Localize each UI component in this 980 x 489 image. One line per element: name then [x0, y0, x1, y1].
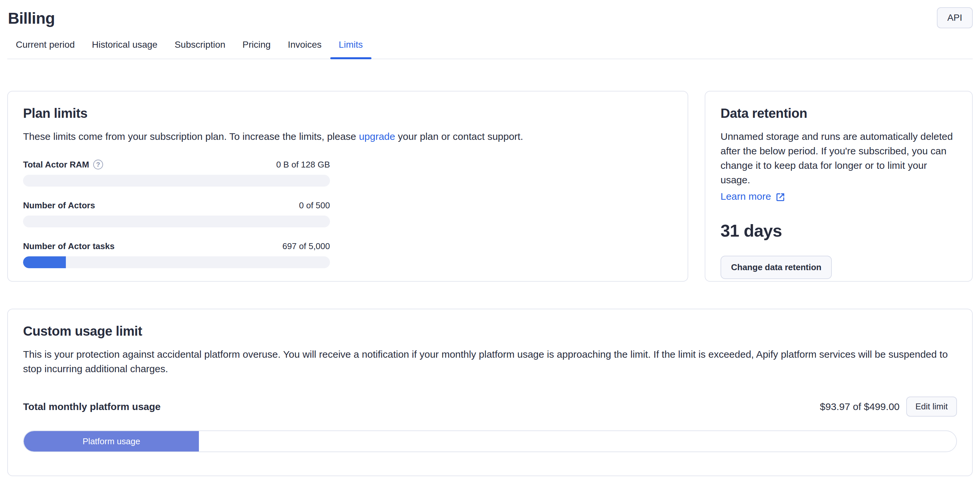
data-retention-description: Unnamed storage and runs are automatical… — [721, 129, 957, 187]
limit-label: Number of Actors — [23, 200, 95, 210]
progress-track — [23, 216, 330, 227]
learn-more-link[interactable]: Learn more — [721, 189, 771, 204]
platform-usage-track: Platform usage — [23, 430, 957, 452]
platform-usage-label: Platform usage — [83, 437, 140, 446]
custom-usage-limit-card: Custom usage limit This is your protecti… — [7, 309, 973, 476]
change-data-retention-button[interactable]: Change data retention — [721, 256, 832, 279]
data-retention-card: Data retention Unnamed storage and runs … — [705, 91, 973, 282]
tab-historical-usage[interactable]: Historical usage — [83, 40, 166, 59]
tab-subscription[interactable]: Subscription — [166, 40, 234, 59]
tab-current-period[interactable]: Current period — [7, 40, 83, 59]
platform-usage-fill: Platform usage — [24, 431, 199, 451]
retention-period-value: 31 days — [721, 221, 957, 241]
external-link-icon[interactable] — [775, 192, 785, 202]
usage-label: Total monthly platform usage — [23, 401, 161, 412]
page-header: Billing API — [7, 0, 973, 28]
usage-value: $93.97 of $499.00 — [820, 401, 900, 412]
tab-invoices[interactable]: Invoices — [279, 40, 330, 59]
progress-fill — [23, 256, 66, 268]
limit-row-actor-ram: Total Actor RAM ? 0 B of 128 GB — [23, 160, 330, 187]
upgrade-link[interactable]: upgrade — [359, 131, 395, 142]
limits-list: Total Actor RAM ? 0 B of 128 GB Number o… — [23, 160, 330, 268]
data-retention-title: Data retention — [721, 106, 957, 121]
plan-limits-description: These limits come from your subscription… — [23, 129, 673, 144]
help-icon[interactable]: ? — [93, 160, 103, 170]
limit-row-actors: Number of Actors 0 of 500 — [23, 200, 330, 227]
description-text: your plan or contact support. — [395, 131, 523, 142]
cards-row: Plan limits These limits come from your … — [7, 91, 973, 282]
limit-value: 697 of 5,000 — [282, 241, 330, 251]
limit-label: Total Actor RAM — [23, 160, 89, 170]
api-button[interactable]: API — [937, 7, 973, 28]
limit-value: 0 B of 128 GB — [276, 160, 330, 170]
tab-limits[interactable]: Limits — [330, 40, 371, 59]
progress-track — [23, 256, 330, 268]
tab-pricing[interactable]: Pricing — [234, 40, 279, 59]
limit-value: 0 of 500 — [299, 200, 330, 210]
custom-usage-description: This is your protection against accident… — [23, 347, 957, 376]
limit-row-actor-tasks: Number of Actor tasks 697 of 5,000 — [23, 241, 330, 268]
billing-tabs: Current period Historical usage Subscrip… — [7, 40, 973, 59]
description-text: These limits come from your subscription… — [23, 131, 359, 142]
plan-limits-title: Plan limits — [23, 106, 673, 121]
limit-label: Number of Actor tasks — [23, 241, 115, 251]
billing-page: Billing API Current period Historical us… — [0, 0, 980, 489]
usage-header-row: Total monthly platform usage $93.97 of $… — [23, 397, 957, 417]
edit-limit-button[interactable]: Edit limit — [906, 397, 957, 417]
progress-track — [23, 175, 330, 187]
page-title: Billing — [8, 9, 55, 27]
custom-usage-title: Custom usage limit — [23, 324, 957, 339]
plan-limits-card: Plan limits These limits come from your … — [7, 91, 688, 282]
